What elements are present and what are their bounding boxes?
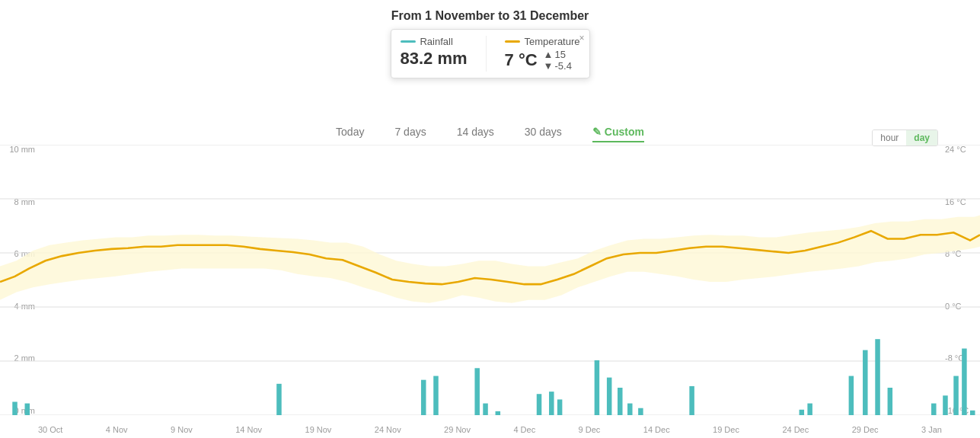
rainfall-label: Rainfall [420, 36, 452, 47]
rain-bar [537, 394, 542, 415]
temp-min-row: ▼ -5.4 [544, 60, 572, 72]
period-tabs: Today 7 days 14 days 30 days ✎Custom [0, 117, 980, 145]
tab-30days[interactable]: 30 days [525, 123, 562, 142]
temperature-label: Temperature [525, 36, 580, 47]
rain-bar [12, 402, 18, 415]
hour-button[interactable]: hour [873, 130, 906, 145]
rain-bar [483, 404, 488, 415]
legend-box: × Rainfall 83.2 mm Temperature 7 °C ▲ 15… [390, 29, 589, 78]
x-label-1: 4 Nov [106, 425, 128, 434]
temperature-legend: Temperature 7 °C ▲ 15 ▼ -5.4 [505, 36, 580, 72]
tab-custom[interactable]: ✎Custom [592, 123, 644, 142]
chart-area [0, 145, 980, 415]
rainfall-line-icon [400, 40, 415, 43]
temperature-line-icon [505, 40, 520, 43]
pencil-icon: ✎ [592, 126, 602, 138]
rain-bar [863, 350, 868, 415]
rain-bar [433, 376, 439, 415]
rain-bar [689, 386, 694, 415]
rain-bar [595, 360, 600, 415]
rain-bar [276, 384, 282, 415]
x-label-11: 24 Dec [782, 425, 809, 434]
rain-bar [638, 408, 643, 415]
rain-bar [421, 380, 426, 415]
rainfall-value: 83.2 mm [400, 49, 467, 69]
rain-bar [888, 388, 893, 415]
rain-bar [953, 376, 959, 415]
tab-14days[interactable]: 14 days [457, 123, 494, 142]
legend-divider [486, 36, 487, 72]
close-icon[interactable]: × [579, 33, 585, 43]
x-label-5: 24 Nov [375, 425, 401, 434]
rain-bar [875, 339, 880, 415]
time-toggle: hour day [872, 129, 938, 146]
chart-title: From 1 November to 31 December [0, 0, 980, 29]
tab-7days[interactable]: 7 days [394, 123, 426, 142]
x-label-8: 9 Dec [579, 425, 601, 434]
rain-bar [627, 404, 633, 415]
temperature-band [0, 216, 980, 303]
rain-bar [607, 378, 612, 415]
rain-bar [549, 392, 554, 415]
temp-max-row: ▲ 15 [544, 49, 572, 60]
rain-bar [970, 411, 975, 415]
temperature-value: 7 °C [505, 50, 538, 70]
rain-bar [807, 404, 812, 415]
x-label-10: 19 Dec [713, 425, 739, 434]
rain-bar [962, 349, 967, 415]
tab-today[interactable]: Today [336, 123, 364, 142]
x-label-9: 14 Dec [643, 425, 670, 434]
rainfall-legend: Rainfall 83.2 mm [400, 36, 467, 72]
rainfall-label-row: Rainfall [400, 36, 467, 47]
rain-bar [849, 376, 854, 415]
x-label-4: 19 Nov [305, 425, 332, 434]
x-label-7: 4 Dec [513, 425, 535, 434]
x-label-3: 14 Nov [235, 425, 262, 434]
rain-bar [931, 404, 937, 415]
rain-bar [25, 404, 30, 415]
main-container: From 1 November to 31 December × Rainfal… [0, 0, 980, 438]
chart-svg [0, 145, 980, 415]
rain-bar [618, 388, 623, 415]
rain-bar [800, 410, 805, 415]
x-axis-labels: 30 Oct 4 Nov 9 Nov 14 Nov 19 Nov 24 Nov … [38, 425, 942, 434]
rain-bar [557, 399, 563, 415]
rain-bar [496, 411, 501, 415]
rain-bar [474, 368, 480, 415]
x-label-12: 29 Dec [852, 425, 879, 434]
temperature-label-row: Temperature [505, 36, 580, 47]
x-label-0: 30 Oct [38, 425, 62, 434]
temperature-detail: ▲ 15 ▼ -5.4 [544, 49, 572, 72]
x-label-6: 29 Nov [444, 425, 471, 434]
rain-bar [943, 395, 948, 415]
x-label-2: 9 Nov [171, 425, 193, 434]
day-button[interactable]: day [906, 130, 937, 145]
x-label-13: 3 Jan [921, 425, 942, 434]
